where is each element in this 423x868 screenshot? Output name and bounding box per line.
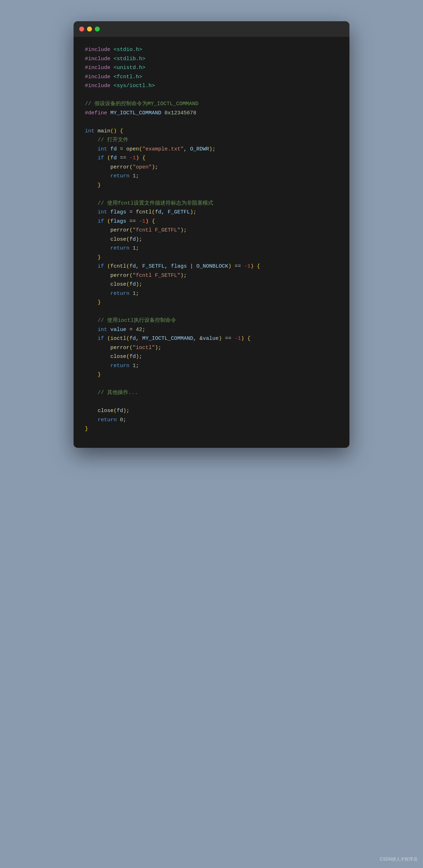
line-return-1a: return 1;	[85, 172, 338, 181]
line-perror-ioctl: perror("ioctl");	[85, 343, 338, 353]
line-value: int value = 42;	[85, 325, 338, 335]
watermark: CSDN@人才程序员	[380, 856, 417, 862]
maximize-button[interactable]	[95, 27, 100, 32]
line-1: #include <stdio.h>	[85, 45, 338, 55]
line-close-1: close(fd);	[85, 235, 338, 244]
line-brace-1: }	[85, 181, 338, 190]
line-comment-ioctl: // 使用ioctl执行设备控制命令	[85, 316, 338, 325]
line-blank-1	[85, 91, 338, 100]
line-brace-main-close: }	[85, 424, 338, 434]
line-blank-5	[85, 379, 338, 389]
line-main: int main() {	[85, 127, 338, 136]
minimize-button[interactable]	[87, 27, 92, 32]
line-5: #include <sys/ioctl.h>	[85, 81, 338, 91]
code-window: #include <stdio.h> #include <stdlib.h> #…	[74, 21, 349, 448]
line-if-flags: if (flags == -1) {	[85, 217, 338, 226]
line-return-1c: return 1;	[85, 289, 338, 298]
close-button[interactable]	[79, 27, 84, 32]
line-4: #include <fcntl.h>	[85, 73, 338, 82]
line-if-fd: if (fd == -1) {	[85, 154, 338, 163]
line-blank-4	[85, 307, 338, 316]
code-editor: #include <stdio.h> #include <stdlib.h> #…	[74, 37, 349, 448]
line-blank-2	[85, 118, 338, 127]
line-brace-3: }	[85, 298, 338, 307]
line-flags: int flags = fcntl(fd, F_GETFL);	[85, 208, 338, 217]
line-3: #include <unistd.h>	[85, 63, 338, 73]
line-perror-open: perror("open");	[85, 163, 338, 172]
titlebar	[74, 21, 349, 37]
line-perror-fcntl-setfl: perror("fcntl F_SETFL");	[85, 271, 338, 280]
line-perror-fcntl-getfl: perror("fcntl F_GETFL");	[85, 226, 338, 235]
line-open: int fd = open("example.txt", O_RDWR);	[85, 145, 338, 154]
line-comment-other: // 其他操作...	[85, 388, 338, 398]
line-2: #include <stdlib.h>	[85, 55, 338, 64]
line-brace-4: }	[85, 370, 338, 379]
line-define: #define MY_IOCTL_COMMAND 0x12345678	[85, 109, 338, 118]
line-close-2: close(fd);	[85, 280, 338, 289]
line-comment-open: // 打开文件	[85, 136, 338, 145]
line-brace-2: }	[85, 253, 338, 262]
line-blank-6	[85, 398, 338, 407]
line-blank-3	[85, 190, 338, 199]
line-if-fcntl-setfl: if (fcntl(fd, F_SETFL, flags | O_NONBLOC…	[85, 262, 338, 271]
line-return-1d: return 1;	[85, 361, 338, 371]
line-comment-fcntl: // 使用fcntl设置文件描述符标志为非阻塞模式	[85, 199, 338, 208]
line-return-1b: return 1;	[85, 244, 338, 253]
line-if-ioctl: if (ioctl(fd, MY_IOCTL_COMMAND, &value) …	[85, 334, 338, 343]
line-return-0: return 0;	[85, 416, 338, 425]
line-close-final: close(fd);	[85, 406, 338, 416]
line-comment-1: // 假设设备的控制命令为MY_IOCTL_COMMAND	[85, 99, 338, 109]
line-close-3: close(fd);	[85, 352, 338, 361]
